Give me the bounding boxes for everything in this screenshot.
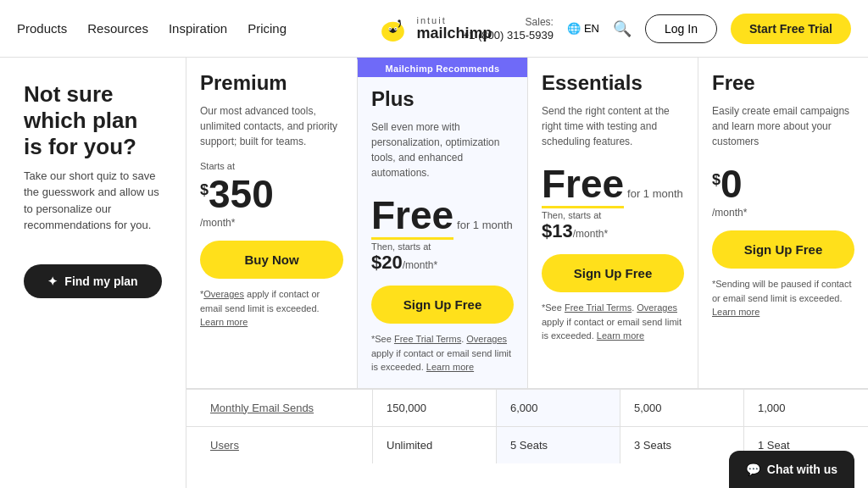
svg-point-5 xyxy=(395,28,397,30)
fine-print-plus: *See Free Trial Terms. Overages apply if… xyxy=(371,332,514,374)
fine-print-essentials: *See Free Trial Terms. Overages apply if… xyxy=(542,301,684,343)
then-starts-essentials: Then, starts at xyxy=(542,210,684,220)
then-period-plus: /month* xyxy=(403,259,437,271)
chat-icon: 💬 xyxy=(746,463,760,476)
price-plus: Free xyxy=(371,193,453,240)
search-button[interactable]: 🔍 xyxy=(613,19,632,38)
plan-desc-plus: Sell even more with personalization, opt… xyxy=(371,119,514,180)
plan-premium: Premium Our most advanced tools, unlimit… xyxy=(186,58,357,388)
left-panel-title: Not sure which plan is for you? xyxy=(24,81,162,161)
then-period-essentials: /month* xyxy=(573,228,608,240)
price-block-premium: $350 /month* xyxy=(200,171,343,229)
cta-premium[interactable]: Buy Now xyxy=(200,241,343,279)
feature-value-plus-users: 5 Seats xyxy=(497,427,620,463)
feature-value-free-monthly: 1,000 xyxy=(744,390,868,426)
cta-plus[interactable]: Sign Up Free xyxy=(371,286,514,324)
price-block-plus: Free for 1 month Then, starts at $20/mon… xyxy=(371,192,514,274)
start-trial-button[interactable]: Start Free Trial xyxy=(731,14,851,44)
main-content: Not sure which plan is for you? Take our… xyxy=(0,58,868,488)
plan-name-plus: Plus xyxy=(371,87,514,111)
price-free-label-plus: for 1 month xyxy=(457,219,513,231)
feature-value-premium-users: Unlimited xyxy=(373,427,497,463)
find-plan-button[interactable]: ✦ Find my plan xyxy=(24,264,162,298)
nav-products[interactable]: Products xyxy=(17,21,67,36)
currency-premium: $ xyxy=(200,181,209,198)
plans-area: Premium Our most advanced tools, unlimit… xyxy=(186,58,868,488)
fine-print-premium: *Overages apply if contact or email send… xyxy=(200,287,343,330)
plan-desc-essentials: Send the right content at the right time… xyxy=(542,103,684,149)
logo-text: intuit mailchimp xyxy=(416,16,492,41)
svg-point-4 xyxy=(389,28,391,30)
plan-name-premium: Premium xyxy=(200,71,343,95)
left-panel-desc: Take our short quiz to save the guesswor… xyxy=(24,168,162,234)
mailchimp-logo-icon xyxy=(376,12,409,46)
then-starts-plus: Then, starts at xyxy=(371,241,514,252)
fine-print-free: *Sending will be paused if contact or em… xyxy=(712,277,854,319)
feature-label-monthly-email[interactable]: Monthly Email Sends xyxy=(186,390,373,426)
plan-desc-premium: Our most advanced tools, unlimited conta… xyxy=(200,103,343,149)
plan-name-essentials: Essentials xyxy=(542,71,684,95)
plan-essentials: Essentials Send the right content at the… xyxy=(527,58,698,388)
left-panel: Not sure which plan is for you? Take our… xyxy=(0,58,186,488)
navigation: Products Resources Inspiration Pricing i… xyxy=(0,0,868,58)
cta-free[interactable]: Sign Up Free xyxy=(712,230,854,269)
recommended-badge: Mailchimp Recommends xyxy=(358,60,527,77)
feature-row-monthly-email: Monthly Email Sends 150,000 6,000 5,000 … xyxy=(186,389,868,426)
logo[interactable]: intuit mailchimp xyxy=(376,12,492,46)
price-essentials: Free xyxy=(542,162,624,208)
price-starts-premium: Starts at xyxy=(200,161,343,171)
svg-point-6 xyxy=(398,19,400,22)
plans-grid: Premium Our most advanced tools, unlimit… xyxy=(186,58,868,389)
login-button[interactable]: Log In xyxy=(645,14,717,43)
price-period-free: /month* xyxy=(712,207,854,219)
feature-label-users[interactable]: Users xyxy=(186,427,373,463)
then-price-essentials: $13 xyxy=(542,220,573,241)
nav-resources[interactable]: Resources xyxy=(87,21,148,36)
feature-value-plus-monthly: 6,000 xyxy=(497,390,620,426)
language-selector[interactable]: 🌐 EN xyxy=(567,22,599,35)
price-period-premium: /month* xyxy=(200,217,343,229)
price-premium: 350 xyxy=(209,172,274,216)
nav-right: Sales: +1 (800) 315-5939 🌐 EN 🔍 Log In S… xyxy=(463,14,851,44)
currency-free: $ xyxy=(712,171,721,188)
price-block-essentials: Free for 1 month Then, starts at $13/mon… xyxy=(542,161,684,242)
feature-value-essentials-monthly: 5,000 xyxy=(620,390,744,426)
then-price-plus: $20 xyxy=(371,252,403,273)
nav-pricing[interactable]: Pricing xyxy=(248,21,287,36)
price-free-val: 0 xyxy=(721,162,743,206)
price-block-free: $0 /month* xyxy=(712,161,854,219)
feature-value-premium-monthly: 150,000 xyxy=(373,390,497,426)
globe-icon: 🌐 xyxy=(567,22,581,35)
nav-inspiration[interactable]: Inspiration xyxy=(169,21,227,36)
cta-essentials[interactable]: Sign Up Free xyxy=(542,254,684,292)
chat-widget[interactable]: 💬 Chat with us xyxy=(729,451,854,488)
feature-value-essentials-users: 3 Seats xyxy=(620,427,744,463)
nav-left: Products Resources Inspiration Pricing xyxy=(17,21,287,36)
plan-plus: Mailchimp Recommends Plus Sell even more… xyxy=(357,58,527,388)
plan-free: Free Easily create email campaigns and l… xyxy=(698,58,868,388)
sparkle-icon: ✦ xyxy=(47,274,58,288)
plan-desc-free: Easily create email campaigns and learn … xyxy=(712,103,854,149)
price-free-label-essentials: for 1 month xyxy=(627,187,683,200)
plan-name-free: Free xyxy=(712,71,854,95)
